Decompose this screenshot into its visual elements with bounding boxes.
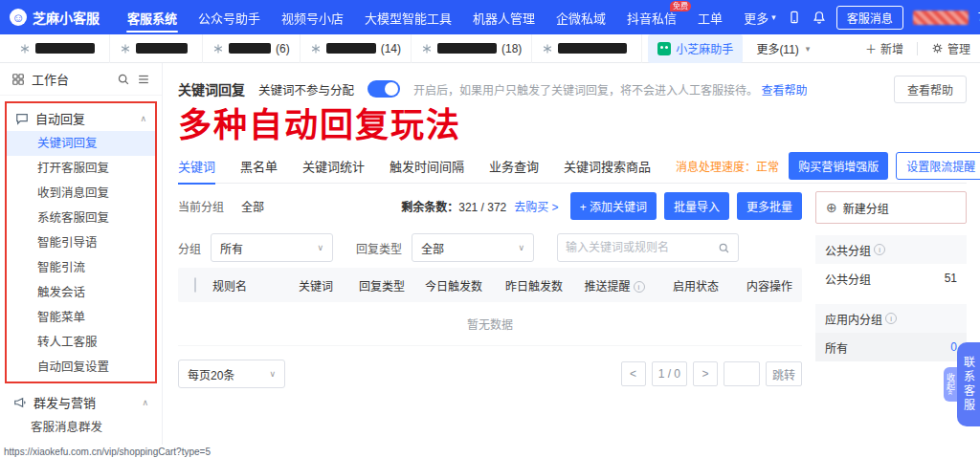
sidebar-item-open-chat-reply[interactable]: 打开客服回复 [7, 156, 155, 181]
jump-button[interactable]: 跳转 [766, 361, 802, 386]
manage-shops-button[interactable]: 管理 [931, 40, 970, 56]
tab-trigger-interval[interactable]: 触发时间间隔 [390, 149, 464, 184]
current-group-value[interactable]: 全部 [241, 198, 264, 214]
sidebar-item-trigger-session[interactable]: 触发会话 [7, 280, 155, 305]
nav-item-llm-tools[interactable]: 大模型智能工具 [354, 0, 462, 34]
shop-tab-redacted-6[interactable] [532, 34, 642, 63]
tab-keyword[interactable]: 关键词 [178, 149, 215, 184]
shop-tab-redacted-1[interactable] [10, 34, 110, 63]
chevron-up-icon: ∧ [142, 398, 148, 407]
sidebar-item-mass-message[interactable]: 客服消息群发 [0, 415, 162, 440]
nav-item-wecom[interactable]: 企微私域 [546, 0, 616, 34]
nav-item-douyin-dm[interactable]: 抖音私信 免费 [616, 0, 687, 34]
app-logo: ☺ 芝麻小客服 [10, 8, 100, 27]
keyword-search-box[interactable] [557, 233, 739, 262]
circle-plus-icon: ⊕ [826, 200, 837, 215]
sidebar-item-auto-reply-settings[interactable]: 自动回复设置 [7, 355, 155, 380]
remaining-count: 剩余条数：321 / 372 [401, 198, 506, 214]
search-icon[interactable] [718, 242, 730, 254]
search-icon[interactable] [117, 73, 130, 86]
col-yesterday-triggers: 昨日触发数 [494, 277, 574, 294]
tab-business-query[interactable]: 业务查询 [489, 149, 539, 184]
shopbar-actions: ＋新增 管理 [865, 40, 970, 56]
help-link[interactable]: 查看帮助 [761, 84, 807, 98]
asterisk-icon [212, 43, 224, 55]
workbench-icon [11, 73, 25, 86]
browser-status-bar: https://xiaokefu.com.cn/vip/shoppingCart… [0, 445, 980, 458]
filter-group-label: 分组 [178, 240, 201, 256]
keyword-search-input[interactable] [566, 241, 718, 254]
kefu-message-button[interactable]: 客服消息 [836, 6, 903, 30]
sidebar-item-system-reply[interactable]: 系统客服回复 [7, 206, 155, 230]
contact-support-button[interactable]: 联系客服 [957, 342, 980, 426]
shop-tabs-more-button[interactable]: 更多(11)▾ [743, 40, 823, 56]
buy-marketing-upgrade-button[interactable]: 购买营销增强版 [789, 152, 888, 180]
chevrons-left-icon: « [946, 390, 955, 395]
keyword-no-dispatch-toggle[interactable] [368, 80, 400, 98]
sidebar-item-smart-guide[interactable]: 智能引导语 [7, 230, 155, 255]
chat-bubble-icon [15, 112, 29, 125]
page-indicator: 1 / 0 [652, 361, 687, 386]
sidebar-section-auto-reply[interactable]: 自动回复 ∧ [7, 105, 155, 131]
nav-item-bot-management[interactable]: 机器人管理 [462, 0, 546, 34]
go-buy-link[interactable]: 去购买 > [514, 198, 558, 214]
set-rate-limit-alert-button[interactable]: 设置限流提醒 [896, 152, 980, 180]
tab-keyword-stats[interactable]: 关键词统计 [302, 149, 365, 184]
add-shop-button[interactable]: ＋新增 [865, 40, 903, 56]
asterisk-icon [19, 43, 31, 55]
jump-page-input[interactable] [724, 361, 760, 386]
redaction-bar [229, 43, 271, 54]
more-batch-button[interactable]: 更多批量 [737, 192, 802, 220]
info-icon[interactable]: i [874, 244, 885, 255]
view-help-button[interactable]: 查看帮助 [894, 76, 967, 103]
batch-import-button[interactable]: 批量导入 [664, 192, 729, 220]
sidebar-item-smart-menu[interactable]: 智能菜单 [7, 305, 155, 330]
page-size-select[interactable]: 每页20条∨ [178, 360, 285, 388]
new-group-button[interactable]: ⊕ 新建分组 [815, 191, 967, 224]
shop-tab-redacted-3[interactable]: (6) [203, 34, 301, 63]
next-page-button[interactable]: > [693, 361, 718, 386]
info-icon[interactable]: i [885, 313, 897, 324]
shop-tab-redacted-2[interactable] [110, 34, 203, 63]
redaction-bar [326, 43, 376, 54]
red-handwritten-annotation: 多种自动回复玩法 [178, 103, 967, 149]
add-keyword-button[interactable]: + 添加关键词 [570, 192, 657, 220]
divider [917, 42, 918, 55]
sidebar-item-workbench[interactable]: 工作台 [0, 63, 162, 96]
plus-icon: ＋ [865, 40, 877, 56]
info-icon[interactable]: i [634, 281, 645, 293]
tab-blacklist[interactable]: 黑名单 [240, 149, 278, 184]
sidebar-section-marketing[interactable]: 群发与营销 ∧ [5, 389, 157, 415]
hamburger-menu-icon[interactable] [137, 73, 150, 86]
nav-item-more[interactable]: 更多▾ [733, 0, 787, 34]
phone-icon[interactable] [787, 10, 802, 25]
current-group-label: 当前分组 [178, 198, 224, 214]
prev-page-button[interactable]: < [621, 361, 646, 386]
shop-tab-redacted-5[interactable]: (18) [412, 34, 532, 63]
nav-item-official-account[interactable]: 公众号助手 [188, 0, 271, 34]
sidebar-item-keyword-reply[interactable]: 关键词回复 [7, 131, 155, 156]
group-toolbar: 当前分组 全部 剩余条数：321 / 372 去购买 > + 添加关键词 批量导… [178, 184, 802, 228]
chevron-down-icon: ▾ [771, 12, 776, 22]
nav-item-video-shop[interactable]: 视频号小店 [271, 0, 354, 34]
shop-tab-redacted-4[interactable]: (14) [301, 34, 412, 63]
select-all-checkbox[interactable] [194, 277, 196, 293]
bell-icon[interactable] [812, 10, 827, 25]
public-group-row[interactable]: 公共分组 51 [815, 264, 967, 293]
tab-keyword-product-search[interactable]: 关键词搜索商品 [564, 149, 651, 184]
shop-tab-xiaozhima-active[interactable]: 小芝麻助手 [648, 34, 743, 63]
red-annotation-box: 自动回复 ∧ 关键词回复 打开客服回复 收到消息回复 系统客服回复 智能引导语 … [5, 101, 157, 383]
asterisk-icon [120, 43, 131, 55]
primary-nav: 客服系统 公众号助手 视频号小店 大模型智能工具 机器人管理 企微私域 抖音私信… [117, 0, 787, 34]
reply-type-filter-select[interactable]: 全部∨ [412, 233, 534, 262]
collapse-tab-button[interactable]: 收起« [944, 367, 957, 401]
chevron-down-icon: ∨ [269, 369, 276, 379]
sidebar-item-message-received-reply[interactable]: 收到消息回复 [7, 181, 155, 206]
group-filter-select[interactable]: 所有∨ [211, 233, 333, 262]
sidebar-item-smart-diversion[interactable]: 智能引流 [7, 255, 155, 280]
nav-item-kefu-system[interactable]: 客服系统 [117, 0, 188, 34]
sidebar-item-transfer-human[interactable]: 转人工客服 [7, 330, 155, 355]
nav-item-work-order[interactable]: 工单 [687, 0, 733, 34]
content-tabs-row: 关键词 黑名单 关键词统计 触发时间间隔 业务查询 关键词搜索商品 消息处理速度… [178, 149, 967, 184]
redacted-account-info [913, 11, 969, 25]
